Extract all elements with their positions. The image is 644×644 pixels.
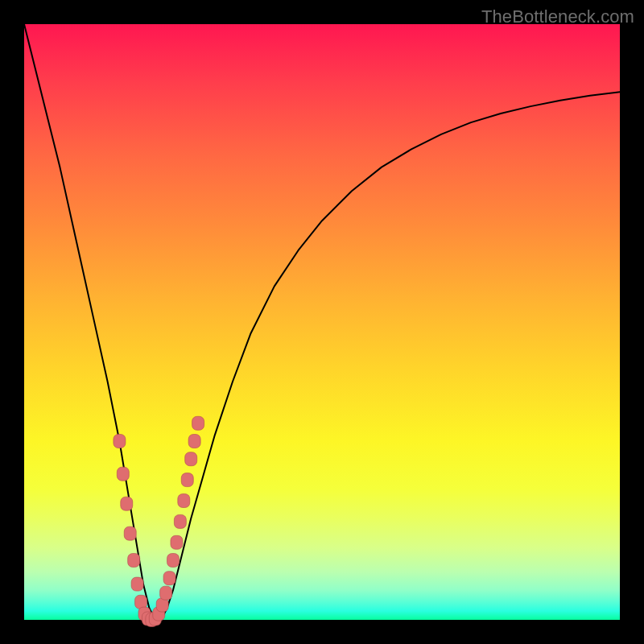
bottleneck-curve (24, 24, 620, 620)
sample-point (156, 598, 168, 612)
chart-overlay (24, 24, 620, 620)
sample-point (174, 514, 186, 528)
sample-point (167, 554, 180, 568)
sample-point (188, 435, 200, 448)
sample-point (131, 577, 143, 591)
sample-point (178, 494, 190, 508)
sample-point (128, 554, 140, 568)
sample-point (192, 416, 204, 430)
sample-point (185, 452, 197, 466)
sample-point (114, 435, 126, 448)
sample-point (160, 586, 172, 600)
sample-point (121, 497, 133, 510)
sample-point (181, 473, 193, 487)
sample-point (117, 467, 129, 481)
sample-point (124, 526, 136, 540)
sample-point (163, 572, 175, 585)
sample-point (135, 595, 147, 609)
sample-point (171, 535, 183, 549)
